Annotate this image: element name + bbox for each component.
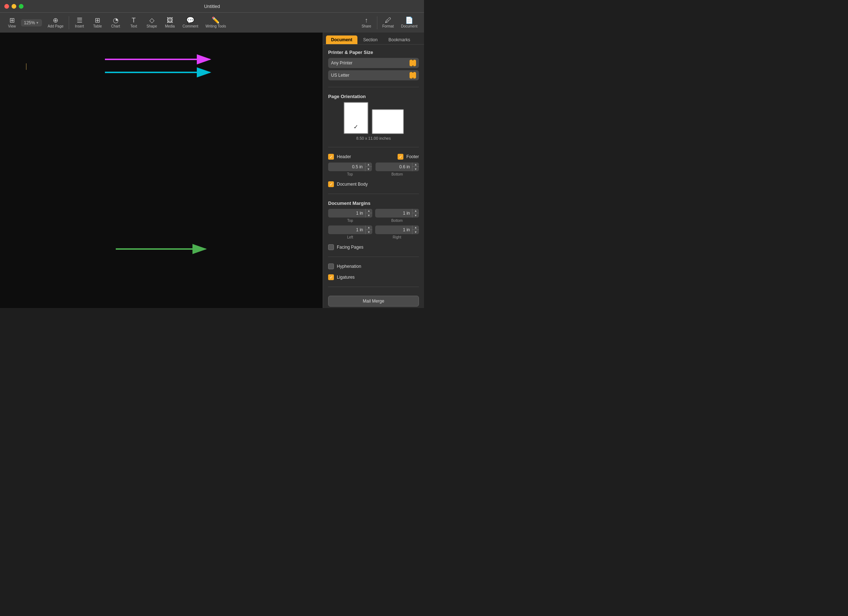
- footer-increment[interactable]: ▲: [412, 162, 419, 167]
- media-button[interactable]: 🖼 Media: [161, 16, 179, 30]
- tab-section[interactable]: Section: [358, 36, 383, 44]
- panel-content: Printer & Paper Size Any Printer ⌃⌄ US L…: [323, 45, 424, 308]
- view-button[interactable]: ⊞ View: [3, 16, 21, 30]
- maximize-button[interactable]: [19, 4, 24, 9]
- footer-checkbox-row: ✓ Footer: [397, 154, 419, 160]
- media-label: Media: [165, 24, 175, 28]
- shape-icon: ◇: [150, 17, 154, 24]
- ligatures-checkbox[interactable]: ✓: [328, 275, 334, 280]
- share-label: Share: [362, 24, 371, 28]
- comment-button[interactable]: 💬 Comment: [179, 16, 202, 30]
- header-footer-checkboxes: ✓ Header ✓ Footer: [328, 154, 419, 160]
- header-footer-inputs: 0.5 in ▲ ▼ Top 0.6 in ▲: [328, 162, 419, 176]
- bottom-stepper[interactable]: 1 in ▲ ▼: [375, 209, 419, 218]
- header-decrement[interactable]: ▼: [365, 167, 372, 171]
- window-title: Untitled: [204, 4, 220, 9]
- printer-paper-section: Printer & Paper Size Any Printer ⌃⌄ US L…: [328, 50, 419, 80]
- mail-merge-button[interactable]: Mail Merge: [328, 296, 419, 307]
- top-stepper[interactable]: 1 in ▲ ▼: [328, 209, 372, 218]
- document-body-label: Document Body: [337, 182, 368, 187]
- media-icon: 🖼: [167, 17, 173, 24]
- margin-left: 1 in ▲ ▼ Left: [328, 226, 372, 239]
- share-icon: ↑: [365, 17, 368, 24]
- right-value: 1 in: [375, 226, 412, 234]
- header-increment[interactable]: ▲: [365, 162, 372, 167]
- left-label: Left: [328, 235, 372, 239]
- bottom-value: 1 in: [375, 209, 412, 217]
- right-decrement[interactable]: ▼: [412, 230, 419, 234]
- hyphenation-row: Hyphenation: [328, 263, 419, 269]
- table-icon: ⊞: [95, 17, 100, 24]
- right-stepper[interactable]: 1 in ▲ ▼: [375, 226, 419, 234]
- left-decrement[interactable]: ▼: [366, 230, 372, 234]
- size-label: 8.50 x 11.00 inches: [328, 136, 419, 140]
- writing-tools-icon: ✏️: [212, 17, 219, 24]
- add-page-button[interactable]: ⊕ Add Page: [44, 16, 67, 30]
- toolbar: ⊞ View 125% ▼ ⊕ Add Page ☰ Insert ⊞ Tabl…: [0, 12, 424, 33]
- tab-document[interactable]: Document: [326, 36, 357, 44]
- hyphenation-checkbox[interactable]: [328, 263, 334, 269]
- format-button[interactable]: 🖊 Format: [379, 16, 397, 30]
- facing-pages-checkbox[interactable]: [328, 244, 334, 250]
- bottom-label: Bottom: [375, 218, 419, 223]
- footer-stepper[interactable]: 0.6 in ▲ ▼: [375, 162, 419, 171]
- document-margins-section: Document Margins 1 in ▲ ▼ Top: [328, 200, 419, 239]
- paper-select-arrow: ⌃⌄: [409, 72, 416, 79]
- document-button[interactable]: 📄 Document: [397, 16, 421, 30]
- comment-label: Comment: [183, 24, 198, 28]
- tab-bookmarks[interactable]: Bookmarks: [384, 36, 415, 44]
- left-stepper-buttons: ▲ ▼: [365, 226, 372, 234]
- writing-tools-label: Writing Tools: [206, 24, 226, 28]
- close-button[interactable]: [4, 4, 9, 9]
- top-decrement[interactable]: ▼: [366, 213, 372, 218]
- printer-value: Any Printer: [331, 61, 352, 65]
- paper-select[interactable]: US Letter ⌃⌄: [328, 70, 419, 80]
- header-pos-label: Top: [328, 172, 372, 176]
- header-checkbox[interactable]: ✓: [328, 154, 334, 160]
- canvas-area[interactable]: [0, 33, 323, 308]
- share-button[interactable]: ↑ Share: [357, 16, 375, 30]
- minimize-button[interactable]: [12, 4, 16, 9]
- shape-button[interactable]: ◇ Shape: [143, 16, 161, 30]
- canvas-background: [0, 33, 323, 308]
- header-stepper[interactable]: 0.5 in ▲ ▼: [328, 162, 372, 171]
- footer-decrement[interactable]: ▼: [412, 167, 419, 171]
- footer-checkbox[interactable]: ✓: [397, 154, 403, 160]
- printer-select[interactable]: Any Printer ⌃⌄: [328, 58, 419, 68]
- table-button[interactable]: ⊞ Table: [89, 16, 107, 30]
- header-label: Header: [337, 154, 351, 159]
- shape-label: Shape: [147, 24, 157, 28]
- insert-button[interactable]: ☰ Insert: [71, 16, 89, 30]
- landscape-option[interactable]: [372, 109, 404, 134]
- footer-stepper-buttons: ▲ ▼: [412, 162, 419, 171]
- portrait-option[interactable]: ✓: [344, 102, 368, 134]
- right-increment[interactable]: ▲: [412, 226, 419, 230]
- left-increment[interactable]: ▲: [366, 226, 372, 230]
- hyphenation-label: Hyphenation: [337, 264, 361, 269]
- toolbar-right: ↑ Share 🖊 Format 📄 Document: [357, 16, 421, 30]
- chart-button[interactable]: ◔ Chart: [107, 16, 125, 30]
- ligatures-label: Ligatures: [337, 275, 354, 280]
- left-stepper[interactable]: 1 in ▲ ▼: [328, 226, 372, 234]
- zoom-control[interactable]: 125% ▼: [21, 19, 42, 27]
- right-panel: Document Section Bookmarks Printer & Pap…: [323, 33, 424, 308]
- format-label: Format: [382, 24, 394, 28]
- bottom-decrement[interactable]: ▼: [412, 213, 419, 218]
- format-icon: 🖊: [385, 17, 391, 24]
- document-body-checkbox[interactable]: ✓: [328, 181, 334, 187]
- writing-tools-button[interactable]: ✏️ Writing Tools: [202, 16, 230, 30]
- header-footer-section: ✓ Header ✓ Footer 0.5 in ▲ ▼: [328, 154, 419, 176]
- margin-bottom: 1 in ▲ ▼ Bottom: [375, 209, 419, 223]
- titlebar: Untitled: [0, 0, 424, 12]
- footer-pos-label: Bottom: [375, 172, 419, 176]
- ligatures-row: ✓ Ligatures: [328, 275, 419, 280]
- top-increment[interactable]: ▲: [366, 209, 372, 213]
- portrait-preview: ✓: [344, 102, 368, 134]
- margins-title: Document Margins: [328, 200, 419, 206]
- text-button[interactable]: T Text: [125, 16, 143, 30]
- facing-pages-label: Facing Pages: [337, 245, 363, 250]
- footer-input-col: 0.6 in ▲ ▼ Bottom: [375, 162, 419, 176]
- bottom-increment[interactable]: ▲: [412, 209, 419, 213]
- toolbar-separator-2: [377, 16, 377, 29]
- text-cursor: [26, 63, 27, 70]
